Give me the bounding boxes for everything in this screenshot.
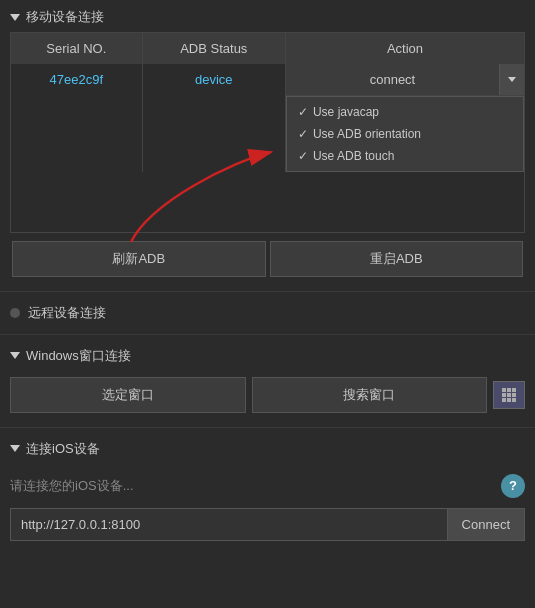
divider-1 xyxy=(0,291,535,292)
check-adb-orientation: ✓ xyxy=(297,127,309,141)
ios-placeholder-label: 请连接您的iOS设备... xyxy=(10,477,134,495)
device-table: Serial NO. ADB Status Action 47ee2c9f de… xyxy=(10,32,525,233)
grid-cell xyxy=(502,398,506,402)
dropdown-label-adb-orientation: Use ADB orientation xyxy=(313,127,421,141)
mobile-section-body: Serial NO. ADB Status Action 47ee2c9f de… xyxy=(0,32,535,287)
windows-section-header[interactable]: Windows窗口连接 xyxy=(0,339,535,371)
remote-section-title: 远程设备连接 xyxy=(28,304,106,322)
dropdown-arrow-icon xyxy=(508,77,516,82)
dropdown-item-adb-touch[interactable]: ✓ Use ADB touch xyxy=(287,145,523,167)
divider-2 xyxy=(0,334,535,335)
col-action: Action xyxy=(285,33,524,65)
windows-section-body: 选定窗口 搜索窗口 xyxy=(0,377,535,423)
select-window-button[interactable]: 选定窗口 xyxy=(10,377,246,413)
grid-cell xyxy=(512,388,516,392)
cell-action: connect ✓ Use javacap ✓ xyxy=(285,64,524,172)
table-header-row: Serial NO. ADB Status Action xyxy=(11,33,525,65)
col-adb-status: ADB Status xyxy=(142,33,285,65)
remote-section: 远程设备连接 xyxy=(0,296,535,330)
mobile-section-title: 移动设备连接 xyxy=(26,8,104,26)
grid-layout-button[interactable] xyxy=(493,381,525,409)
ios-collapse-icon xyxy=(10,445,20,452)
empty-area xyxy=(11,172,525,232)
ios-url-row: Connect xyxy=(10,508,525,541)
ios-url-input[interactable] xyxy=(11,509,447,540)
dropdown-item-adb-orientation[interactable]: ✓ Use ADB orientation xyxy=(287,123,523,145)
connect-btn-row: connect xyxy=(286,64,524,96)
mobile-section-header[interactable]: 移动设备连接 xyxy=(0,0,535,32)
grid-cell xyxy=(502,393,506,397)
search-window-button[interactable]: 搜索窗口 xyxy=(252,377,488,413)
dropdown-item-javacap[interactable]: ✓ Use javacap xyxy=(287,101,523,123)
grid-cell xyxy=(512,393,516,397)
grid-cell xyxy=(502,388,506,392)
mobile-collapse-icon xyxy=(10,14,20,21)
col-serial: Serial NO. xyxy=(11,33,143,65)
ios-label-row: 请连接您的iOS设备... ? xyxy=(10,470,525,502)
connect-dropdown-toggle[interactable] xyxy=(499,64,524,95)
ios-section-body: 请连接您的iOS设备... ? Connect xyxy=(0,470,535,551)
remote-status-dot xyxy=(10,308,20,318)
ios-connect-button[interactable]: Connect xyxy=(447,509,524,540)
windows-section-title: Windows窗口连接 xyxy=(26,347,131,365)
windows-btn-row: 选定窗口 搜索窗口 xyxy=(10,377,525,413)
grid-cell xyxy=(507,398,511,402)
red-arrow xyxy=(71,142,291,252)
divider-3 xyxy=(0,427,535,428)
check-adb-touch: ✓ xyxy=(297,149,309,163)
dropdown-label-javacap: Use javacap xyxy=(313,105,379,119)
ios-help-button[interactable]: ? xyxy=(501,474,525,498)
dropdown-menu: ✓ Use javacap ✓ Use ADB orientation ✓ Us… xyxy=(286,96,524,172)
grid-cell xyxy=(512,398,516,402)
check-javacap: ✓ xyxy=(297,105,309,119)
windows-collapse-icon xyxy=(10,352,20,359)
grid-icon xyxy=(502,388,516,402)
dropdown-label-adb-touch: Use ADB touch xyxy=(313,149,394,163)
ios-section-header[interactable]: 连接iOS设备 xyxy=(0,432,535,464)
table-empty-row xyxy=(11,172,525,232)
ios-section-title: 连接iOS设备 xyxy=(26,440,100,458)
grid-cell xyxy=(507,393,511,397)
grid-cell xyxy=(507,388,511,392)
action-dropdown-wrapper: connect ✓ Use javacap ✓ xyxy=(286,64,524,172)
restart-adb-button[interactable]: 重启ADB xyxy=(270,241,524,277)
connect-button[interactable]: connect xyxy=(286,64,499,95)
